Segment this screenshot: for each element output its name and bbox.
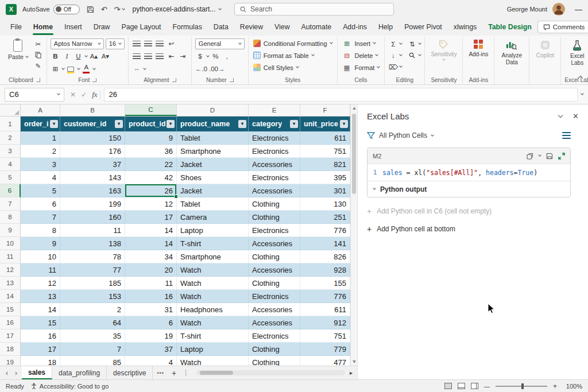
row-number-9[interactable]: 9	[0, 224, 21, 237]
cell-F13[interactable]: 155	[300, 277, 350, 290]
cell-D2[interactable]: Tablet	[177, 131, 249, 145]
sensitivity-button[interactable]: Sensitivity	[428, 38, 459, 60]
cell-F8[interactable]: 251	[300, 211, 350, 224]
copy-icon[interactable]	[33, 50, 43, 60]
output-chevron-icon[interactable]	[373, 187, 376, 190]
name-box-dropdown-icon[interactable]	[57, 92, 60, 95]
cell-F5[interactable]: 395	[300, 171, 350, 184]
code-editor[interactable]: 1 sales = xl("sales[#All]", headers=True…	[368, 164, 570, 181]
cell-F6[interactable]: 301	[300, 184, 350, 197]
cell-C16[interactable]: 6	[125, 316, 177, 329]
code-line[interactable]: sales = xl("sales[#All]", headers=True)	[382, 169, 537, 177]
cell-E17[interactable]: Electronics	[249, 329, 300, 343]
filter-button-customer_id[interactable]	[115, 120, 123, 128]
cell-C7[interactable]: 12	[125, 197, 177, 211]
ribbon-tab-table-design[interactable]: Table Design	[482, 18, 537, 36]
cell-D11[interactable]: Smartphone	[177, 250, 249, 263]
cell-A7[interactable]: 6	[21, 197, 60, 211]
row-number-5[interactable]: 5	[0, 171, 21, 184]
underline-dropdown-icon[interactable]	[84, 54, 88, 57]
insert-function-icon[interactable]: fx	[92, 90, 97, 99]
search-box[interactable]: Search	[234, 3, 394, 15]
align-left-button[interactable]	[132, 52, 142, 61]
row-number-7[interactable]: 7	[0, 197, 21, 211]
header-cell-order_id[interactable]: order_id	[21, 117, 60, 131]
save-icon[interactable]	[87, 6, 94, 13]
cell-C4[interactable]: 22	[125, 158, 177, 171]
cell-C6[interactable]: 26	[125, 184, 177, 197]
merge-center-button[interactable]: ⇔	[132, 64, 142, 74]
cell-C3[interactable]: 36	[125, 145, 177, 158]
cell-F17[interactable]: 751	[300, 329, 350, 343]
cell-E2[interactable]: Electronics	[249, 131, 300, 145]
filter-button-category[interactable]	[290, 120, 298, 128]
cell-D19[interactable]: Watch	[177, 356, 249, 366]
workbook-title[interactable]: python-excel-addins-start...	[133, 5, 222, 13]
row-number-12[interactable]: 12	[0, 263, 21, 277]
delete-cells-button[interactable]: ⊟Delete	[341, 50, 381, 61]
cell-C8[interactable]: 17	[125, 211, 177, 224]
panel-collapse-icon[interactable]	[558, 113, 563, 118]
python-output-section[interactable]: Python output	[368, 181, 570, 197]
italic-button[interactable]: I	[62, 52, 72, 61]
cell-E18[interactable]: Clothing	[249, 343, 300, 356]
decrease-decimal-button[interactable]: .00→	[209, 64, 225, 74]
fill-color-button[interactable]	[66, 64, 76, 74]
cell-C10[interactable]: 14	[125, 237, 177, 250]
cell-E11[interactable]: Clothing	[249, 250, 300, 263]
column-header-C[interactable]: C	[125, 104, 177, 116]
ribbon-tab-formulas[interactable]: Formulas	[167, 18, 208, 36]
cell-F12[interactable]: 928	[300, 263, 350, 277]
borders-button[interactable]: ⊞	[51, 64, 60, 74]
cell-B9[interactable]: 11	[60, 224, 125, 237]
column-header-D[interactable]: D	[177, 104, 249, 116]
row-number-15[interactable]: 15	[0, 303, 21, 316]
cell-C17[interactable]: 19	[125, 329, 177, 343]
sort-filter-icon[interactable]: ⇅	[407, 39, 417, 49]
cell-D3[interactable]: Smartphone	[177, 145, 249, 158]
font-name-select[interactable]: Aptos Narrow	[51, 38, 104, 49]
save-cell-icon[interactable]	[546, 153, 553, 160]
ribbon-tab-xlwings[interactable]: xlwings	[448, 18, 482, 36]
cell-E19[interactable]: Clothing	[249, 356, 300, 366]
ribbon-tab-add-ins[interactable]: Add-ins	[337, 18, 373, 36]
cell-E4[interactable]: Accessories	[249, 158, 300, 171]
sheet-tab-data_profiling[interactable]: data_profiling	[52, 366, 107, 379]
cell-C5[interactable]: 42	[125, 171, 177, 184]
sheet-options-icon[interactable]	[180, 369, 192, 377]
grow-font-button[interactable]: A▴	[89, 52, 99, 61]
font-color-button[interactable]: A	[82, 64, 91, 74]
increase-decimal-button[interactable]: ←.0	[195, 64, 207, 74]
row-number-4[interactable]: 4	[0, 158, 21, 171]
expand-cell-icon[interactable]	[558, 153, 565, 160]
underline-button[interactable]: U	[74, 52, 83, 61]
cell-A19[interactable]: 18	[21, 356, 60, 366]
header-cell-product_name[interactable]: product_name	[177, 117, 249, 131]
row-number-14[interactable]: 14	[0, 290, 21, 303]
row-number-6[interactable]: 6	[0, 184, 21, 197]
header-cell-category[interactable]: category	[249, 117, 300, 131]
row-number-2[interactable]: 2	[0, 131, 21, 145]
sheet-tab-sales[interactable]: sales	[22, 366, 52, 379]
ribbon-tab-automate[interactable]: Automate	[296, 18, 338, 36]
row-number-18[interactable]: 18	[0, 343, 21, 356]
ribbon-tab-view[interactable]: View	[269, 18, 295, 36]
filter-dropdown-icon[interactable]	[431, 133, 434, 137]
copilot-button[interactable]: Copilot	[533, 38, 557, 59]
cell-C9[interactable]: 14	[125, 224, 177, 237]
panel-close-icon[interactable]: ✕	[572, 112, 579, 121]
redo-icon[interactable]: ↷	[114, 5, 121, 14]
cell-F4[interactable]: 821	[300, 158, 350, 171]
cell-F10[interactable]: 141	[300, 237, 350, 250]
cell-E13[interactable]: Clothing	[249, 277, 300, 290]
cell-A15[interactable]: 14	[21, 303, 60, 316]
excel-labs-button[interactable]: Excel Labs	[564, 38, 588, 66]
cell-B3[interactable]: 176	[60, 145, 125, 158]
paste-button[interactable]: Paste	[6, 38, 30, 60]
number-dialog-launcher[interactable]	[230, 78, 234, 82]
cell-B19[interactable]: 85	[60, 356, 125, 366]
page-break-view-icon[interactable]	[471, 383, 478, 389]
redo-dropdown-icon[interactable]	[122, 7, 125, 10]
cell-D8[interactable]: Camera	[177, 211, 249, 224]
cell-E5[interactable]: Electronics	[249, 171, 300, 184]
